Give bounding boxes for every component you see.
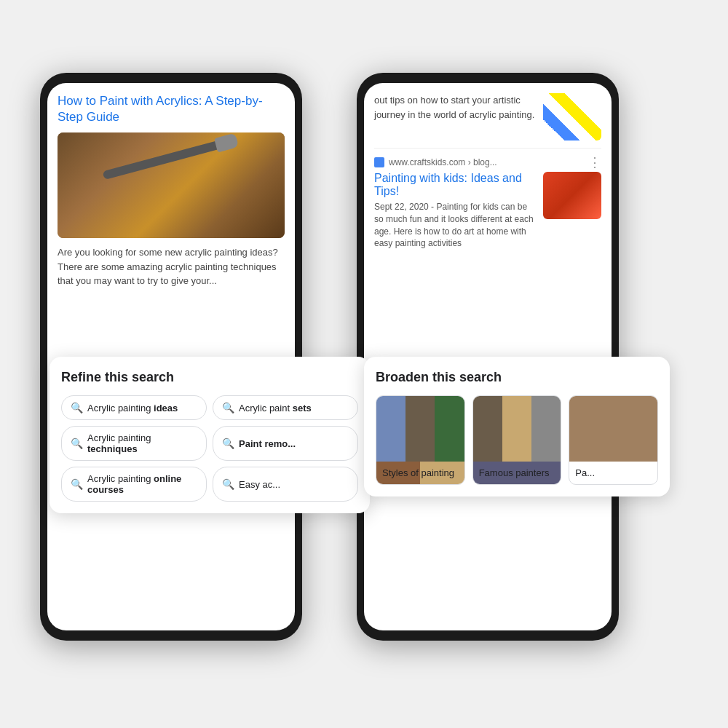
chip-techniques[interactable]: 🔍 Acrylic painting techniques	[61, 426, 207, 461]
broaden-item-painters[interactable]: Famous painters	[472, 395, 562, 485]
styles-image-group	[376, 396, 464, 462]
chip-online-courses[interactable]: 🔍 Acrylic painting online courses	[61, 467, 207, 502]
article-image	[58, 132, 285, 238]
brush-bristle	[214, 133, 239, 153]
kids-thumb	[543, 172, 601, 219]
chip-easy[interactable]: 🔍 Easy ac...	[213, 467, 358, 502]
partial-image-group	[569, 396, 657, 462]
kids-result-meta: Sept 22, 2020 - Painting for kids can be…	[374, 201, 536, 250]
chip-online-courses-label: Acrylic painting online courses	[87, 473, 197, 495]
chip-ideas-label: Acrylic painting ideas	[87, 403, 178, 414]
article-title[interactable]: How to Paint with Acrylics: A Step-by-St…	[58, 93, 285, 125]
chip-easy-label: Easy ac...	[239, 479, 280, 490]
kids-result[interactable]: www.craftskids.com › blog... ⋮ Painting …	[374, 156, 601, 250]
brush-detail	[103, 138, 232, 180]
painters-thumb-2	[502, 396, 531, 462]
partial-label: Pa...	[569, 462, 657, 484]
painters-thumb-3	[531, 396, 561, 462]
styles-thumb-2	[405, 396, 435, 462]
chip-ideas[interactable]: 🔍 Acrylic painting ideas	[61, 395, 207, 420]
search-icon-4: 🔍	[222, 438, 234, 449]
broaden-item-partial[interactable]: Pa...	[569, 395, 658, 485]
top-text: out tips on how to start your artistic j…	[374, 93, 536, 122]
kids-favicon	[374, 157, 384, 167]
search-icon-1: 🔍	[71, 402, 83, 414]
kids-source-line: www.craftskids.com › blog... ⋮	[374, 156, 601, 169]
broaden-card: Broaden this search Styles of painting	[364, 357, 670, 496]
kids-result-body: Painting with kids: Ideas and Tips! Sept…	[374, 172, 601, 250]
partial-thumb	[569, 396, 657, 462]
styles-thumb-1	[376, 396, 405, 462]
refine-chips: 🔍 Acrylic painting ideas 🔍 Acrylic paint…	[61, 395, 358, 502]
chip-paint-remove[interactable]: 🔍 Paint remo...	[213, 426, 358, 461]
chip-paint-remove-label: Paint remo...	[239, 438, 296, 449]
broaden-title: Broaden this search	[376, 370, 658, 385]
divider-1	[374, 148, 601, 149]
article-image-inner	[58, 132, 285, 238]
top-thumb	[543, 93, 601, 141]
broaden-item-styles[interactable]: Styles of painting	[376, 395, 465, 485]
kids-source-url: www.craftskids.com › blog...	[389, 157, 584, 167]
paint-image	[543, 93, 601, 141]
chip-techniques-label: Acrylic painting techniques	[87, 432, 197, 454]
search-icon-5: 🔍	[71, 478, 83, 490]
refine-card: Refine this search 🔍 Acrylic painting id…	[50, 357, 370, 513]
kids-more-icon[interactable]: ⋮	[588, 156, 601, 169]
painters-image-group	[473, 396, 561, 462]
search-icon-6: 🔍	[222, 478, 234, 490]
kids-image	[543, 172, 601, 219]
kids-result-title[interactable]: Painting with kids: Ideas and Tips!	[374, 172, 536, 198]
chip-sets[interactable]: 🔍 Acrylic paint sets	[213, 395, 358, 420]
painters-thumb-1	[473, 396, 502, 462]
top-result: out tips on how to start your artistic j…	[374, 93, 601, 141]
refine-title: Refine this search	[61, 370, 358, 385]
chip-sets-label: Acrylic paint sets	[239, 403, 312, 414]
styles-thumb-3	[435, 396, 464, 462]
search-icon-2: 🔍	[222, 402, 234, 414]
article-description: Are you looking for some new acrylic pai…	[58, 245, 285, 288]
search-icon-3: 🔍	[71, 438, 83, 449]
broaden-items: Styles of painting Famous painters Pa...	[376, 395, 658, 485]
